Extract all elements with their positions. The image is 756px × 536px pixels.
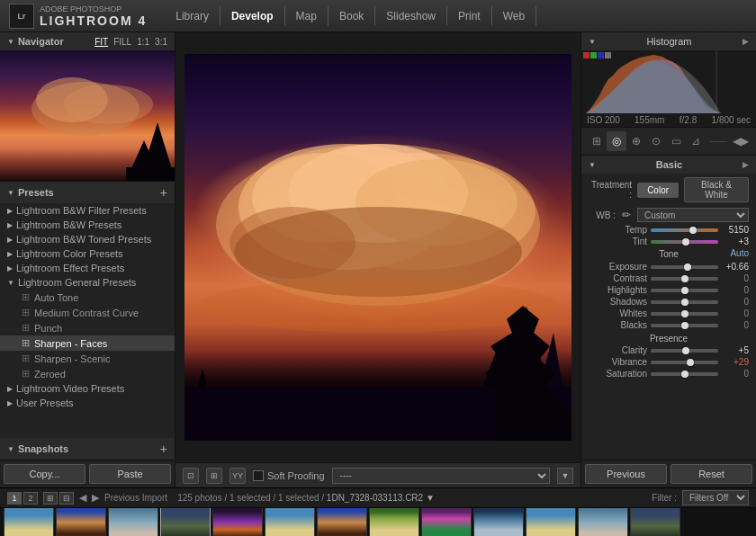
page-btn-1[interactable]: 1 xyxy=(7,492,22,505)
contrast-thumb[interactable] xyxy=(681,275,688,282)
clarity-thumb[interactable] xyxy=(682,347,689,354)
nav-library[interactable]: Library xyxy=(165,6,220,26)
preset-sharpen-faces[interactable]: ⊞ Sharpen - Faces xyxy=(0,335,175,351)
zoom-fill[interactable]: FILL xyxy=(113,37,131,47)
wb-dropdown[interactable]: Custom As Shot Auto Daylight Cloudy xyxy=(637,208,749,222)
thumb-7[interactable] xyxy=(317,508,367,536)
thumb-11[interactable] xyxy=(526,508,576,536)
reset-button[interactable]: Reset xyxy=(670,464,752,484)
healing-icon[interactable]: ◎ xyxy=(607,131,626,151)
preset-medium-contrast[interactable]: ⊞ Medium Contrast Curve xyxy=(0,305,175,320)
before-after-toggle[interactable]: ◀▶ xyxy=(731,131,751,151)
nav-print[interactable]: Print xyxy=(447,6,492,26)
nav-web[interactable]: Web xyxy=(492,6,536,26)
preset-group-effect[interactable]: ▶ Lightroom Effect Presets xyxy=(0,261,175,275)
page-btn-2[interactable]: 2 xyxy=(23,492,38,505)
thumb-5[interactable] xyxy=(212,508,263,536)
preset-punch[interactable]: ⊞ Punch xyxy=(0,320,175,335)
preset-auto-tone[interactable]: ⊞ Auto Tone xyxy=(0,290,175,305)
spot-removal-icon[interactable]: ⊕ xyxy=(626,131,646,151)
temp-thumb[interactable] xyxy=(689,227,697,234)
highlights-slider[interactable] xyxy=(651,289,718,292)
crop-icon[interactable]: ⊞ xyxy=(587,131,607,151)
preset-group-bw-filter[interactable]: ▶ Lightroom B&W Filter Presets xyxy=(0,203,175,218)
clarity-slider[interactable] xyxy=(651,349,718,353)
zoom-3-1[interactable]: 3:1 xyxy=(155,37,167,47)
thumb-2[interactable] xyxy=(56,508,106,536)
whites-slider[interactable] xyxy=(651,312,718,316)
grid-view-icon[interactable]: ⊞ xyxy=(43,492,58,505)
paste-button[interactable]: Paste xyxy=(89,464,171,484)
navigator-thumbnail[interactable] xyxy=(0,50,175,181)
crop-tool-icon[interactable]: ⊡ xyxy=(183,468,199,484)
filmstrip-view-icon[interactable]: ⊟ xyxy=(59,492,74,505)
soft-proofing-checkbox[interactable] xyxy=(253,470,264,481)
soft-proofing-dropdown[interactable]: ---- xyxy=(332,468,550,484)
view-toggle-icon[interactable]: ⊞ xyxy=(206,468,222,484)
auto-button[interactable]: Auto xyxy=(730,248,749,258)
basic-header[interactable]: ▼ Basic ▶ xyxy=(581,156,756,174)
nav-next-arrow[interactable]: ▶ xyxy=(92,492,99,504)
preset-zeroed[interactable]: ⊞ Zeroed xyxy=(0,366,175,381)
highlights-thumb[interactable] xyxy=(681,287,688,294)
vibrance-thumb[interactable] xyxy=(687,359,694,366)
shadows-slider[interactable] xyxy=(651,300,718,304)
thumb-3[interactable] xyxy=(108,508,158,536)
navigator-header[interactable]: ▼ Navigator FIT FILL 1:1 3:1 xyxy=(0,32,175,50)
wb-eyedropper[interactable]: ✏ xyxy=(619,208,634,222)
thumb-10[interactable] xyxy=(473,508,524,536)
snapshots-add-button[interactable]: + xyxy=(160,442,167,456)
exposure-slider[interactable] xyxy=(651,265,718,269)
blacks-slider[interactable] xyxy=(651,324,718,327)
thumb-4[interactable] xyxy=(160,508,211,536)
thumb-12[interactable] xyxy=(578,508,628,536)
blacks-thumb[interactable] xyxy=(681,322,688,329)
nav-book[interactable]: Book xyxy=(328,6,375,26)
nav-prev-arrow[interactable]: ◀ xyxy=(79,492,86,504)
shadows-thumb[interactable] xyxy=(681,299,688,306)
adjustment-brush-icon[interactable]: ⊿ xyxy=(686,131,706,151)
copy-button[interactable]: Copy... xyxy=(4,464,86,484)
thumb-6[interactable] xyxy=(265,508,315,536)
zoom-1-1[interactable]: 1:1 xyxy=(137,37,149,47)
saturation-slider[interactable] xyxy=(651,372,718,376)
preset-group-user[interactable]: ▶ User Presets xyxy=(0,396,175,410)
before-after-icon[interactable]: YY xyxy=(230,468,246,484)
red-eye-icon[interactable]: ⊙ xyxy=(646,131,666,151)
basic-arrow[interactable]: ▶ xyxy=(742,160,749,169)
histogram-header[interactable]: ▼ Histogram ▶ xyxy=(581,32,756,50)
bw-button[interactable]: Black & White xyxy=(684,177,749,202)
preset-group-color[interactable]: ▶ Lightroom Color Presets xyxy=(0,246,175,261)
graduated-filter-icon[interactable]: ▭ xyxy=(666,131,686,151)
exposure-thumb[interactable] xyxy=(684,264,691,271)
histogram-arrow[interactable]: ▶ xyxy=(742,37,749,46)
preset-sharpen-scenic[interactable]: ⊞ Sharpen - Scenic xyxy=(0,351,175,366)
dropdown-expand-icon[interactable]: ▼ xyxy=(557,468,573,484)
basic-panel: ▼ Basic ▶ Treatment : Color Black & Whit… xyxy=(581,156,756,460)
thumb-8[interactable] xyxy=(369,508,419,536)
presets-add-button[interactable]: + xyxy=(160,185,167,200)
preset-group-bw-toned[interactable]: ▶ Lightroom B&W Toned Presets xyxy=(0,232,175,246)
snapshots-header[interactable]: ▼ Snapshots + xyxy=(0,438,175,460)
temp-slider[interactable] xyxy=(651,228,718,232)
whites-thumb[interactable] xyxy=(681,310,688,317)
thumb-1[interactable] xyxy=(4,508,54,536)
zoom-fit[interactable]: FIT xyxy=(94,37,108,47)
previous-button[interactable]: Previous xyxy=(585,464,667,484)
tint-slider[interactable] xyxy=(651,240,718,244)
tint-thumb[interactable] xyxy=(682,238,689,246)
saturation-thumb[interactable] xyxy=(681,371,688,378)
contrast-slider[interactable] xyxy=(651,277,718,281)
preset-group-bw[interactable]: ▶ Lightroom B&W Presets xyxy=(0,218,175,232)
color-button[interactable]: Color xyxy=(637,183,679,198)
thumb-9[interactable] xyxy=(421,508,472,536)
nav-map[interactable]: Map xyxy=(285,6,328,26)
nav-slideshow[interactable]: Slideshow xyxy=(375,6,447,26)
preset-group-general[interactable]: ▼ Lightroom General Presets xyxy=(0,275,175,290)
nav-develop[interactable]: Develop xyxy=(220,6,285,26)
filter-dropdown[interactable]: Filters Off Flagged Unflagged xyxy=(682,490,749,505)
preset-group-video[interactable]: ▶ Lightroom Video Presets xyxy=(0,381,175,396)
filmstrip-info: Previous Import 125 photos / 1 selected … xyxy=(104,493,646,503)
vibrance-slider[interactable] xyxy=(651,361,718,364)
thumb-13[interactable] xyxy=(630,508,680,536)
